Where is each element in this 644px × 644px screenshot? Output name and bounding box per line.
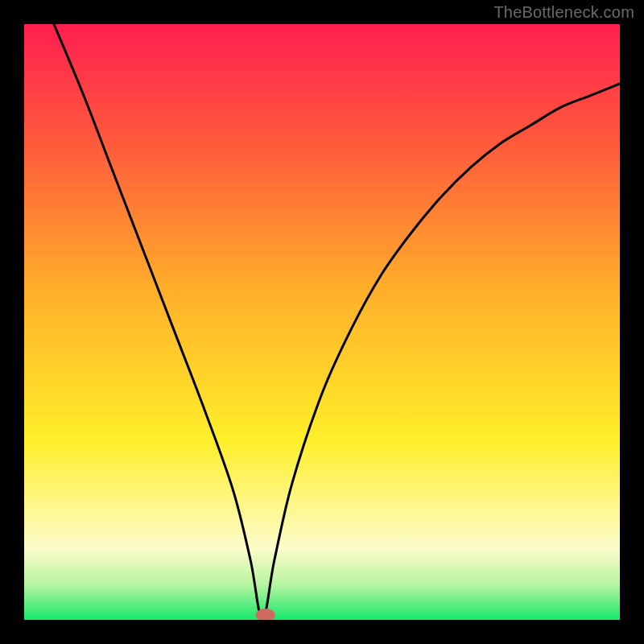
chart-frame: TheBottleneck.com xyxy=(0,0,644,644)
bottleneck-chart xyxy=(0,0,644,644)
plot-background xyxy=(24,24,620,620)
optimum-marker xyxy=(256,609,275,621)
